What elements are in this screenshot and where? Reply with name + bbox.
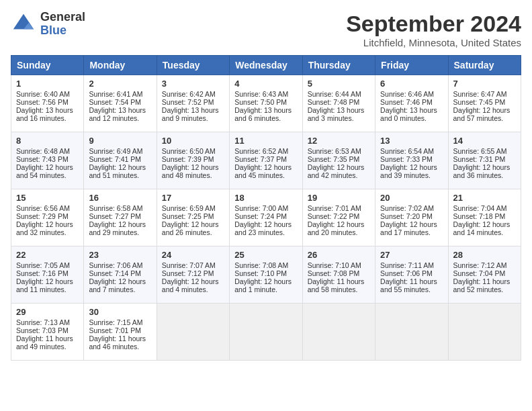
day-info-line: Daylight: 12 hours bbox=[453, 106, 516, 114]
day-info-line: Sunset: 7:48 PM bbox=[308, 98, 370, 106]
week-row-1: 1Sunrise: 6:40 AMSunset: 7:56 PMDaylight… bbox=[11, 75, 521, 132]
day-info-line: Daylight: 12 hours bbox=[380, 163, 443, 171]
day-info-line: Sunset: 7:45 PM bbox=[453, 98, 516, 106]
day-info-line: Sunset: 7:16 PM bbox=[16, 269, 79, 277]
calendar-cell: 27Sunrise: 7:11 AMSunset: 7:06 PMDayligh… bbox=[375, 246, 448, 304]
day-info-line: Sunrise: 6:41 AM bbox=[89, 90, 151, 98]
day-info-line: Sunrise: 6:47 AM bbox=[453, 90, 516, 98]
calendar-cell: 20Sunrise: 7:02 AMSunset: 7:20 PMDayligh… bbox=[375, 189, 448, 246]
day-info-line: Daylight: 12 hours bbox=[89, 163, 151, 171]
calendar-cell: 14Sunrise: 6:55 AMSunset: 7:31 PMDayligh… bbox=[448, 132, 521, 189]
day-info-line: Sunset: 7:04 PM bbox=[453, 269, 516, 277]
day-info-line: Daylight: 13 hours bbox=[308, 106, 370, 114]
week-row-3: 15Sunrise: 6:56 AMSunset: 7:29 PMDayligh… bbox=[11, 189, 521, 246]
day-info-line: and 11 minutes. bbox=[16, 285, 79, 293]
day-info-line: Sunrise: 6:56 AM bbox=[16, 204, 79, 212]
day-info-line: Sunrise: 6:43 AM bbox=[234, 90, 297, 98]
day-info-line: and 29 minutes. bbox=[89, 228, 151, 236]
weekday-header-monday: Monday bbox=[84, 56, 157, 75]
day-info-line: Sunrise: 7:01 AM bbox=[308, 204, 370, 212]
day-info-line: Daylight: 12 hours bbox=[16, 277, 79, 285]
day-info-line: Sunset: 7:54 PM bbox=[89, 98, 151, 106]
day-info-line: Sunset: 7:50 PM bbox=[234, 98, 297, 106]
calendar-cell bbox=[448, 304, 521, 361]
day-info-line: Daylight: 11 hours bbox=[453, 277, 516, 285]
calendar-cell: 8Sunrise: 6:48 AMSunset: 7:43 PMDaylight… bbox=[11, 132, 84, 189]
logo-line2: Blue bbox=[40, 24, 85, 38]
day-info-line: Daylight: 13 hours bbox=[16, 106, 79, 114]
day-number: 23 bbox=[89, 250, 151, 260]
day-info-line: Daylight: 12 hours bbox=[234, 163, 297, 171]
day-info-line: and 14 minutes. bbox=[453, 228, 516, 236]
calendar-cell: 19Sunrise: 7:01 AMSunset: 7:22 PMDayligh… bbox=[302, 189, 375, 246]
day-info-line: Sunset: 7:52 PM bbox=[162, 98, 224, 106]
day-info-line: Sunrise: 6:49 AM bbox=[89, 147, 151, 155]
day-info-line: Sunrise: 6:58 AM bbox=[89, 204, 151, 212]
day-info-line: and 7 minutes. bbox=[89, 285, 151, 293]
day-info-line: Daylight: 12 hours bbox=[380, 220, 443, 228]
weekday-header-friday: Friday bbox=[375, 56, 448, 75]
weekday-header-thursday: Thursday bbox=[302, 56, 375, 75]
day-info-line: Daylight: 13 hours bbox=[89, 106, 151, 114]
day-info-line: Sunrise: 6:42 AM bbox=[162, 90, 224, 98]
day-info-line: Sunset: 7:39 PM bbox=[162, 155, 224, 163]
day-info-line: and 55 minutes. bbox=[380, 285, 443, 293]
header: General Blue September 2024 Litchfield, … bbox=[11, 11, 521, 48]
day-info-line: Sunrise: 6:53 AM bbox=[308, 147, 370, 155]
calendar-cell: 7Sunrise: 6:47 AMSunset: 7:45 PMDaylight… bbox=[448, 75, 521, 132]
day-info-line: Daylight: 12 hours bbox=[308, 163, 370, 171]
calendar-cell: 28Sunrise: 7:12 AMSunset: 7:04 PMDayligh… bbox=[448, 246, 521, 304]
day-number: 10 bbox=[162, 136, 224, 146]
day-number: 16 bbox=[89, 193, 151, 203]
day-info-line: Sunset: 7:12 PM bbox=[162, 269, 224, 277]
day-number: 25 bbox=[234, 250, 297, 260]
day-info-line: and 51 minutes. bbox=[89, 171, 151, 179]
week-row-4: 22Sunrise: 7:05 AMSunset: 7:16 PMDayligh… bbox=[11, 246, 521, 304]
day-info-line: Daylight: 11 hours bbox=[308, 277, 370, 285]
day-number: 1 bbox=[16, 79, 79, 89]
day-info-line: and 17 minutes. bbox=[380, 228, 443, 236]
weekday-header-tuesday: Tuesday bbox=[157, 56, 229, 75]
day-info-line: Daylight: 12 hours bbox=[234, 277, 297, 285]
day-info-line: and 36 minutes. bbox=[453, 171, 516, 179]
day-info-line: and 45 minutes. bbox=[234, 171, 297, 179]
day-info-line: and 23 minutes. bbox=[234, 228, 297, 236]
day-info-line: and 26 minutes. bbox=[162, 228, 224, 236]
day-number: 4 bbox=[234, 79, 297, 89]
day-info-line: Sunset: 7:33 PM bbox=[380, 155, 443, 163]
day-number: 29 bbox=[16, 307, 79, 317]
calendar-cell: 4Sunrise: 6:43 AMSunset: 7:50 PMDaylight… bbox=[230, 75, 302, 132]
day-info-line: Daylight: 12 hours bbox=[453, 220, 516, 228]
calendar-cell: 22Sunrise: 7:05 AMSunset: 7:16 PMDayligh… bbox=[11, 246, 84, 304]
calendar-cell: 9Sunrise: 6:49 AMSunset: 7:41 PMDaylight… bbox=[84, 132, 157, 189]
day-number: 20 bbox=[380, 193, 443, 203]
calendar-cell: 5Sunrise: 6:44 AMSunset: 7:48 PMDaylight… bbox=[302, 75, 375, 132]
day-info-line: and 1 minute. bbox=[234, 285, 297, 293]
week-row-5: 29Sunrise: 7:13 AMSunset: 7:03 PMDayligh… bbox=[11, 304, 521, 361]
day-info-line: and 54 minutes. bbox=[16, 171, 79, 179]
day-info-line: and 6 minutes. bbox=[234, 114, 297, 122]
day-info-line: Sunrise: 7:15 AM bbox=[89, 318, 151, 326]
day-number: 17 bbox=[162, 193, 224, 203]
day-number: 19 bbox=[308, 193, 370, 203]
calendar-cell: 10Sunrise: 6:50 AMSunset: 7:39 PMDayligh… bbox=[157, 132, 229, 189]
day-info-line: Sunrise: 7:10 AM bbox=[308, 261, 370, 269]
weekday-header-wednesday: Wednesday bbox=[230, 56, 302, 75]
day-number: 26 bbox=[308, 250, 370, 260]
day-number: 14 bbox=[453, 136, 516, 146]
calendar-title: September 2024 bbox=[346, 11, 521, 37]
calendar-cell bbox=[157, 304, 229, 361]
calendar-cell: 12Sunrise: 6:53 AMSunset: 7:35 PMDayligh… bbox=[302, 132, 375, 189]
day-info-line: Daylight: 13 hours bbox=[380, 106, 443, 114]
day-number: 8 bbox=[16, 136, 79, 146]
day-info-line: Sunrise: 7:06 AM bbox=[89, 261, 151, 269]
calendar-cell: 21Sunrise: 7:04 AMSunset: 7:18 PMDayligh… bbox=[448, 189, 521, 246]
day-number: 13 bbox=[380, 136, 443, 146]
day-info-line: Daylight: 12 hours bbox=[89, 277, 151, 285]
day-info-line: Daylight: 12 hours bbox=[89, 220, 151, 228]
day-info-line: Sunrise: 7:07 AM bbox=[162, 261, 224, 269]
day-info-line: Sunrise: 6:46 AM bbox=[380, 90, 443, 98]
calendar-cell: 23Sunrise: 7:06 AMSunset: 7:14 PMDayligh… bbox=[84, 246, 157, 304]
day-info-line: Sunset: 7:25 PM bbox=[162, 212, 224, 220]
day-info-line: Sunrise: 6:55 AM bbox=[453, 147, 516, 155]
